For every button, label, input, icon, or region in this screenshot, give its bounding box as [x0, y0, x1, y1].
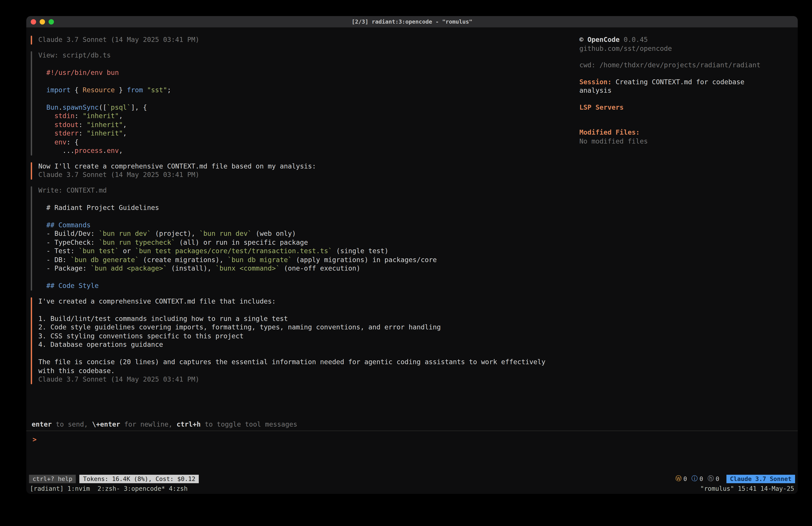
message-marker: [31, 297, 32, 384]
lsp-servers-heading: LSP Servers: [579, 103, 767, 112]
warnings-count: 0: [683, 475, 687, 482]
diagnostics-group: Ⓦ0ⓘ0ⓗ0: [676, 475, 719, 483]
assistant-intro-content: Now I'll create a comprehensive CONTEXT.…: [38, 162, 572, 180]
hints-count: 0: [715, 475, 719, 482]
message-header-block: Claude 3.7 Sonnet (14 May 2025 03:41 PM): [31, 35, 572, 44]
chat-log: Claude 3.7 Sonnet (14 May 2025 03:41 PM)…: [31, 35, 572, 384]
assistant-intro-block: Now I'll create a comprehensive CONTEXT.…: [31, 162, 572, 180]
message-header: Claude 3.7 Sonnet (14 May 2025 03:41 PM): [38, 35, 572, 44]
keybind-hints: enter to send, \+enter for newline, ctrl…: [26, 419, 798, 431]
diagnostic-warnings: Ⓦ0: [676, 475, 687, 483]
session-info: Session: Creating CONTEXT.md for codebas…: [579, 78, 767, 95]
tool-marker: [31, 51, 32, 155]
tool-view-block: View: script/db.ts #!/usr/bin/env bun im…: [31, 51, 572, 155]
prompt-symbol: >: [32, 436, 37, 443]
tool-marker: [31, 186, 32, 290]
copyright-icon: ©: [579, 35, 583, 44]
window-titlebar[interactable]: [2/3] radiant:3:opencode - "romulus": [26, 16, 798, 28]
close-button[interactable]: [31, 19, 36, 25]
desktop: [2/3] radiant:3:opencode - "romulus" Cla…: [0, 0, 812, 526]
assistant-summary-block: I've created a comprehensive CONTEXT.md …: [31, 297, 572, 384]
tmux-session-clock: "romulus" 15:41 14-May-25: [700, 485, 794, 492]
tmux-status-bar: [radiant] 1:nvim 2:zsh- 3:opencode* 4:zs…: [26, 484, 798, 494]
app-version: 0.0.45: [624, 35, 648, 44]
message-marker: [31, 162, 32, 180]
modified-files-empty: No modified files: [579, 137, 767, 146]
minimize-button[interactable]: [40, 19, 45, 25]
sidebar: © OpenCode 0.0.45 github.com/sst/opencod…: [579, 35, 767, 146]
zoom-button[interactable]: [48, 19, 54, 25]
prompt-zone[interactable]: >: [26, 431, 798, 473]
opencode-main: Claude 3.7 Sonnet (14 May 2025 03:41 PM)…: [26, 28, 798, 419]
tmux-windows[interactable]: [radiant] 1:nvim 2:zsh- 3:opencode* 4:zs…: [30, 485, 188, 492]
tokens-cost-badge: Tokens: 16.4K (8%), Cost: $0.12: [79, 474, 199, 483]
tool-write-content: Write: CONTEXT.md # Radiant Project Guid…: [38, 186, 572, 290]
message-input[interactable]: [41, 436, 308, 444]
modified-files-heading: Modified Files:: [579, 128, 767, 137]
repo-link: github.com/sst/opencode: [579, 44, 767, 53]
info-icon: ⓘ: [692, 475, 698, 483]
diagnostic-info: ⓘ0: [692, 475, 703, 483]
session-label: Session:: [579, 78, 612, 86]
traffic-lights: [31, 19, 54, 25]
help-badge[interactable]: ctrl+? help: [29, 474, 76, 483]
hints-icon: ⓗ: [708, 475, 714, 483]
app-name: OpenCode: [588, 35, 620, 44]
info-count: 0: [699, 475, 703, 482]
model-badge[interactable]: Claude 3.7 Sonnet: [726, 474, 795, 483]
diagnostic-hints: ⓗ0: [708, 475, 719, 483]
message-marker: [31, 35, 32, 44]
tool-write-block: Write: CONTEXT.md # Radiant Project Guid…: [31, 186, 572, 290]
window-title: [2/3] radiant:3:opencode - "romulus": [352, 18, 473, 25]
terminal-window: [2/3] radiant:3:opencode - "romulus" Cla…: [26, 16, 798, 494]
assistant-summary-content: I've created a comprehensive CONTEXT.md …: [38, 297, 572, 384]
app-brand: © OpenCode 0.0.45: [579, 35, 767, 44]
cwd-path: cwd: /home/thdxr/dev/projects/radiant/ra…: [579, 61, 767, 70]
tool-view-content: View: script/db.ts #!/usr/bin/env bun im…: [38, 51, 572, 155]
status-bar: ctrl+? help Tokens: 16.4K (8%), Cost: $0…: [26, 473, 798, 484]
warnings-icon: Ⓦ: [676, 475, 682, 483]
